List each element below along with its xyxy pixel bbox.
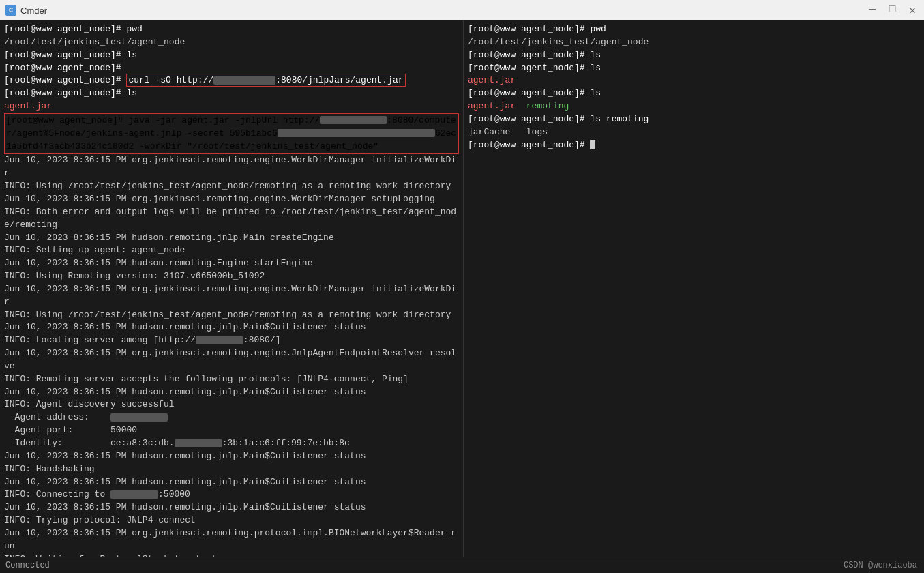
terminal-line: Jun 10, 2023 8:36:15 PM hudson.remoting.… [4, 232, 459, 245]
terminal-line: Jun 10, 2023 8:36:15 PM org.jenkinsci.re… [4, 527, 459, 553]
connection-status: Connected [5, 561, 50, 570]
terminal-line: jarCache logs [468, 126, 920, 139]
branding-text: CSDN @wenxiaoba [844, 561, 917, 570]
terminal-line: Jun 10, 2023 8:36:15 PM org.jenkinsci.re… [4, 154, 459, 180]
terminal-line: [root@www agent_node]# [468, 139, 920, 152]
terminal-line: INFO: Trying protocol: JNLP4-connect [4, 514, 459, 527]
minimize-button[interactable]: — [866, 3, 878, 17]
terminal-line: Jun 10, 2023 8:36:15 PM hudson.remoting.… [4, 476, 459, 489]
terminal-line: Jun 10, 2023 8:36:15 PM org.jenkinsci.re… [4, 283, 459, 309]
terminal-line: Jun 10, 2023 8:36:15 PM hudson.remoting.… [4, 321, 459, 334]
terminal-line: [root@www agent_node]# pwd [4, 23, 459, 36]
terminal-line: [root@www agent_node]# ls [468, 62, 920, 75]
terminal-line: Jun 10, 2023 8:36:15 PM org.jenkinsci.re… [4, 347, 459, 373]
terminal-line: INFO: Using /root/test/jenkins_test/agen… [4, 309, 459, 322]
terminal-line: INFO: Remoting server accepts the follow… [4, 373, 459, 386]
terminal-line: Agent port: 50000 [4, 424, 459, 437]
right-terminal-pane[interactable]: [root@www agent_node]# pwd/root/test/jen… [464, 20, 924, 573]
terminal-line: [root@www agent_node]# ls [468, 87, 920, 100]
terminal-line: [root@www agent_node]# ls [4, 87, 459, 100]
terminal-line: [root@www agent_node]# java -jar agent.j… [4, 113, 459, 155]
terminal-line: INFO: Setting up agent: agent_node [4, 244, 459, 257]
terminal-line: Jun 10, 2023 8:36:15 PM org.jenkinsci.re… [4, 193, 459, 206]
maximize-button[interactable]: □ [886, 3, 899, 17]
terminal-line: Jun 10, 2023 8:36:15 PM hudson.remoting.… [4, 386, 459, 399]
app-icon: C [5, 5, 16, 16]
terminal-line: INFO: Connecting to :50000 [4, 488, 459, 501]
terminal-line: INFO: Using Remoting version: 3107.v6650… [4, 270, 459, 283]
terminal-line: [root@www agent_node]# ls remoting [468, 113, 920, 126]
window-controls: — □ ✕ [866, 3, 919, 17]
close-button[interactable]: ✕ [906, 3, 919, 17]
terminal-line: INFO: Agent discovery successful [4, 398, 459, 411]
terminal-line: [root@www agent_node]# [4, 62, 459, 75]
titlebar: C Cmder — □ ✕ [0, 0, 924, 20]
app-title: Cmder [20, 5, 866, 16]
terminal-line: Agent address: [4, 411, 459, 424]
terminal-line: Identity: ce:a8:3c:db. :3b:1a:c6:ff:99:7… [4, 437, 459, 450]
terminal-line: INFO: Handshaking [4, 463, 459, 476]
terminal-line: [root@www agent_node]# ls [468, 49, 920, 62]
terminal-line: agent.jar remoting [468, 100, 920, 113]
terminal-line: INFO: Locating server among [http:// :80… [4, 334, 459, 347]
terminal-line: [root@www agent_node]# pwd [468, 23, 920, 36]
terminal-line: INFO: Using /root/test/jenkins_test/agen… [4, 180, 459, 193]
terminal-line: agent.jar [4, 100, 459, 113]
terminal-line: INFO: Both error and output logs will be… [4, 206, 459, 232]
terminal-line: /root/test/jenkins_test/agent_node [4, 36, 459, 49]
left-terminal-pane[interactable]: [root@www agent_node]# pwd/root/test/jen… [0, 20, 464, 573]
terminal-line: Jun 10, 2023 8:36:15 PM hudson.remoting.… [4, 257, 459, 270]
terminal-container: [root@www agent_node]# pwd/root/test/jen… [0, 20, 924, 573]
terminal-line: agent.jar [468, 74, 920, 87]
statusbar: Connected CSDN @wenxiaoba [0, 557, 924, 573]
terminal-line: [root@www agent_node]# curl -sO http:// … [4, 74, 459, 87]
terminal-line: Jun 10, 2023 8:36:15 PM hudson.remoting.… [4, 501, 459, 514]
terminal-line: Jun 10, 2023 8:36:15 PM hudson.remoting.… [4, 450, 459, 463]
terminal-line: /root/test/jenkins_test/agent_node [468, 36, 920, 49]
terminal-line: [root@www agent_node]# ls [4, 49, 459, 62]
